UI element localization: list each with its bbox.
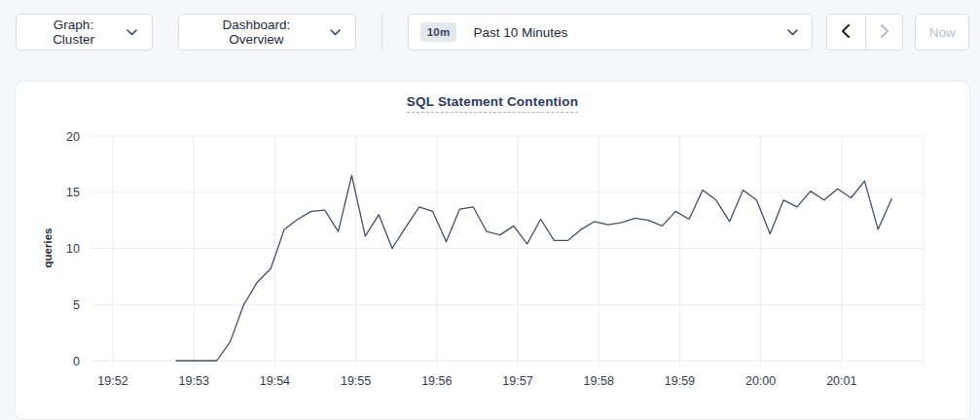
y-axis-title: queries	[42, 228, 54, 268]
dashboard-label: Dashboard: Overview	[194, 18, 319, 47]
x-axis-tick-label: 19:52	[97, 374, 127, 388]
graph-scope-label: Graph: Cluster	[31, 18, 116, 47]
time-range-label: Past 10 Minutes	[473, 25, 567, 40]
previous-time-window-button[interactable]	[827, 15, 865, 50]
now-button[interactable]: Now	[915, 14, 969, 51]
toolbar: Graph: Cluster Dashboard: Overview 10m P…	[0, 0, 980, 51]
time-range-dropdown[interactable]: 10m Past 10 Minutes	[408, 14, 813, 51]
x-axis-tick-label: 19:56	[421, 374, 452, 388]
x-axis-tick-label: 19:59	[665, 374, 695, 388]
x-axis-tick-label: 19:58	[584, 374, 614, 388]
chart-title-row: SQL Statement Contention	[16, 94, 969, 113]
x-axis-tick-label: 19:55	[341, 374, 371, 388]
x-axis-tick-label: 20:00	[745, 374, 776, 388]
time-range-badge: 10m	[420, 22, 457, 42]
y-axis-tick-label: 20	[66, 130, 80, 144]
chevron-down-icon	[330, 29, 341, 36]
sql-statement-contention-chart: 0510152019:5219:5319:5419:5519:5619:5719…	[16, 82, 969, 419]
x-axis-tick-label: 19:53	[179, 374, 209, 388]
graph-scope-dropdown[interactable]: Graph: Cluster	[16, 14, 153, 51]
y-axis-tick-label: 15	[66, 186, 80, 199]
data-series-line	[176, 175, 891, 361]
chart-panel: SQL Statement Contention 0510152019:5219…	[15, 81, 970, 420]
y-axis-tick-label: 10	[66, 242, 80, 256]
chevron-left-icon	[839, 23, 853, 42]
chevron-down-icon	[127, 29, 137, 36]
chevron-down-icon	[787, 29, 798, 36]
toolbar-divider	[381, 14, 382, 51]
time-window-arrows	[826, 14, 903, 51]
x-axis-tick-label: 19:57	[502, 374, 532, 388]
x-axis-tick-label: 20:01	[826, 374, 856, 388]
dashboard-dropdown[interactable]: Dashboard: Overview	[178, 14, 356, 51]
x-axis-tick-label: 19:54	[260, 374, 290, 388]
chart-title[interactable]: SQL Statement Contention	[407, 94, 578, 113]
chevron-right-icon	[878, 23, 891, 42]
y-axis-tick-label: 5	[73, 298, 80, 312]
next-time-window-button[interactable]	[865, 15, 903, 50]
y-axis-tick-label: 0	[73, 355, 80, 368]
